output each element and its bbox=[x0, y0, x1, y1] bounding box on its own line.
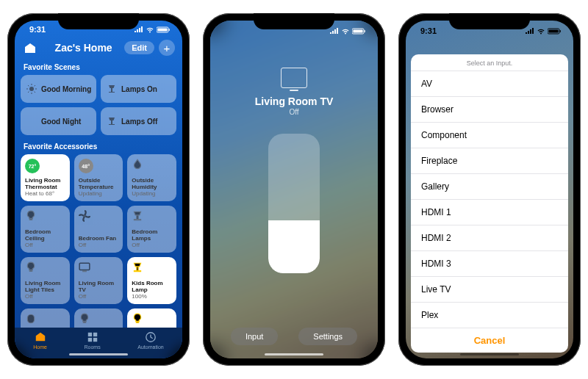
bulb-icon bbox=[25, 261, 37, 273]
accessory-state: Heat to 68° bbox=[25, 190, 65, 197]
input-button[interactable]: Input bbox=[231, 328, 278, 345]
phone-home-app: 9:31 Zac's Home Edit + Favorite Scenes G… bbox=[7, 13, 190, 366]
accessory-tile[interactable]: Kids Room Nightlight41% bbox=[127, 308, 176, 328]
battery-icon bbox=[548, 28, 562, 35]
accessory-name: Bedroom Lamps bbox=[132, 228, 172, 242]
battery-icon bbox=[157, 26, 171, 33]
scene-label: Lamps Off bbox=[121, 118, 157, 126]
home-tab-icon bbox=[34, 331, 47, 343]
brightness-slider[interactable] bbox=[268, 134, 320, 273]
input-option[interactable]: Fireplace bbox=[411, 148, 568, 174]
status-icons bbox=[526, 28, 562, 35]
accessory-state: Updating bbox=[79, 190, 119, 197]
accessory-state: Off bbox=[25, 242, 65, 248]
accessory-tile[interactable]: Bedroom LampsOff bbox=[127, 206, 176, 253]
add-button[interactable]: + bbox=[159, 40, 175, 56]
humidity-icon bbox=[132, 159, 143, 170]
accessory-state: Off bbox=[25, 293, 65, 300]
home-indicator[interactable] bbox=[69, 353, 128, 355]
scene-tile[interactable]: Lamps Off bbox=[101, 107, 176, 135]
auto-tab-icon bbox=[144, 331, 157, 343]
input-option[interactable]: HDMI 2 bbox=[411, 225, 568, 251]
temperature-badge: 72° bbox=[25, 159, 40, 173]
accessory-tile[interactable]: 72°Living Room ThermostatHeat to 68° bbox=[21, 154, 70, 201]
bulb-icon bbox=[79, 313, 90, 325]
input-option[interactable]: Browser bbox=[411, 97, 568, 123]
accessory-name: Living Room Light Tiles bbox=[25, 280, 65, 293]
accessory-tile[interactable]: Outside HumidityUpdating bbox=[127, 154, 176, 201]
sun-icon bbox=[26, 84, 37, 94]
signal-icon bbox=[135, 26, 143, 32]
tab-label: Home bbox=[33, 344, 47, 350]
sheet-title: Select an Input. bbox=[411, 54, 568, 71]
tab-rooms[interactable]: Rooms bbox=[85, 331, 101, 350]
input-option[interactable]: Gallery bbox=[411, 174, 568, 200]
accessory-tile[interactable]: Living Room TVOff bbox=[74, 257, 123, 304]
accessory-tile[interactable]: Kids Room Lamp100% bbox=[127, 257, 176, 304]
accessory-tile[interactable]: Living Room Light TilesOff bbox=[21, 257, 70, 304]
accessory-state: Off bbox=[79, 242, 119, 248]
accessory-state: Off bbox=[289, 108, 298, 116]
accessory-tile[interactable]: Kids Room CeilingOff bbox=[74, 308, 123, 328]
scene-label: Good Night bbox=[41, 118, 81, 126]
input-option[interactable]: HDMI 1 bbox=[411, 200, 568, 225]
accessory-tile[interactable]: 48°Outside TemperatureUpdating bbox=[74, 154, 123, 201]
clock: 9:31 bbox=[29, 25, 46, 34]
accessory-state: Updating bbox=[132, 190, 172, 197]
scene-tile[interactable]: Good Night bbox=[21, 107, 96, 135]
scene-label: Lamps On bbox=[121, 85, 157, 93]
accessory-name: Bedroom Ceiling bbox=[25, 228, 65, 242]
accessory-name: Living Room TV bbox=[255, 95, 334, 107]
tab-automation[interactable]: Automation bbox=[137, 331, 163, 350]
rooms-tab-icon bbox=[86, 331, 99, 343]
back-home-button[interactable] bbox=[22, 40, 38, 56]
lamp-icon bbox=[107, 84, 117, 94]
input-list[interactable]: AVBrowserComponentFireplaceGalleryHDMI 1… bbox=[411, 71, 568, 328]
accessory-name: Outside Temperature bbox=[79, 177, 119, 190]
battery-icon bbox=[352, 28, 366, 35]
nav-bar: Zac's Home Edit + bbox=[15, 38, 182, 60]
moon-icon bbox=[26, 116, 37, 126]
settings-button[interactable]: Settings bbox=[298, 328, 357, 345]
scene-tile[interactable]: Good Morning bbox=[21, 75, 96, 103]
bulb-icon bbox=[25, 210, 37, 222]
accessory-tile[interactable]: Bedroom CeilingOff bbox=[21, 206, 70, 253]
accessory-name: Kids Room Lamp bbox=[132, 280, 172, 293]
action-sheet: Select an Input. AVBrowserComponentFirep… bbox=[411, 54, 568, 353]
accessory-state: 100% bbox=[132, 293, 172, 300]
wifi-icon bbox=[341, 28, 350, 35]
page-title: Zac's Home bbox=[43, 42, 124, 54]
edit-button[interactable]: Edit bbox=[124, 41, 154, 54]
scenes-header: Favorite Scenes bbox=[15, 60, 182, 75]
input-option[interactable]: Plex bbox=[411, 303, 568, 328]
accessory-name: Outside Humidity bbox=[132, 177, 172, 190]
phone-input-picker: 9:31 Select an Input. AVBrowserComponent… bbox=[398, 13, 581, 366]
scene-tile[interactable]: Lamps On bbox=[101, 75, 176, 103]
accessory-tile[interactable]: Bedroom FanOff bbox=[74, 206, 123, 253]
input-option[interactable]: Live TV bbox=[411, 277, 568, 303]
scene-row-1: Good Morning Lamps On bbox=[15, 75, 182, 107]
home-indicator[interactable] bbox=[460, 353, 519, 355]
cancel-button[interactable]: Cancel bbox=[411, 328, 568, 353]
tv-icon bbox=[79, 261, 90, 273]
accessory-tile[interactable]: Bedroom HomePodPaused bbox=[21, 308, 70, 328]
clock: 9:31 bbox=[420, 26, 437, 35]
lamp-icon bbox=[107, 116, 117, 126]
input-option[interactable]: AV bbox=[411, 71, 568, 97]
scene-row-2: Good Night Lamps Off bbox=[15, 107, 182, 140]
status-icons bbox=[330, 28, 366, 35]
accessories-grid: 72°Living Room ThermostatHeat to 68°48°O… bbox=[15, 154, 182, 328]
tab-home[interactable]: Home bbox=[33, 331, 47, 350]
lamp-icon bbox=[132, 261, 143, 273]
home-indicator[interactable] bbox=[265, 353, 323, 355]
temperature-badge: 48° bbox=[79, 159, 93, 173]
wifi-icon bbox=[537, 28, 545, 35]
notch bbox=[449, 13, 530, 29]
bulb-icon bbox=[132, 313, 143, 325]
input-option[interactable]: HDMI 3 bbox=[411, 251, 568, 277]
slider-thumb[interactable] bbox=[268, 220, 320, 273]
notch bbox=[58, 13, 139, 29]
input-option[interactable]: Component bbox=[411, 123, 568, 148]
signal-icon bbox=[330, 28, 339, 34]
accessory-name: Living Room TV bbox=[79, 280, 119, 293]
